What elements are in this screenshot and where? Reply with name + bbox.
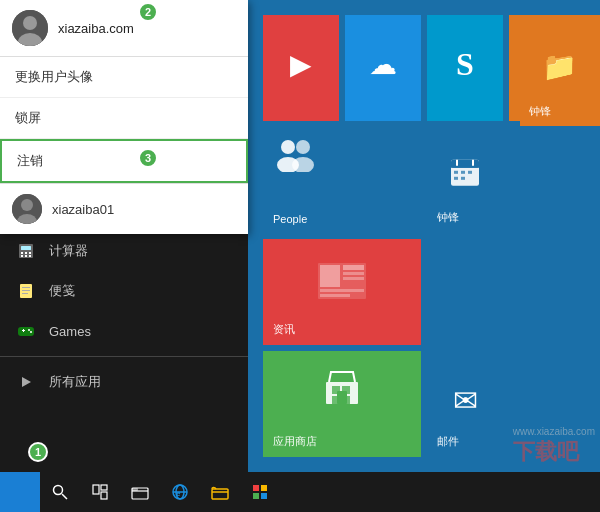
people-label: People	[269, 211, 415, 227]
svg-rect-73	[261, 485, 267, 491]
svg-point-19	[30, 331, 32, 333]
svg-rect-7	[29, 252, 31, 254]
start-button[interactable]	[0, 472, 40, 512]
calendar-icon	[449, 155, 481, 187]
annotation-badge-2: 2	[138, 2, 158, 22]
popup-menu: xiazaiba.com 2 更换用户头像 锁屏 注销 xiazaiba01 3	[0, 0, 248, 234]
watermark-site-text: www.xiazaiba.com	[513, 426, 595, 437]
svg-rect-55	[342, 396, 350, 404]
svg-rect-13	[22, 290, 30, 291]
watermark-logo: 下载吧	[513, 437, 579, 467]
svg-rect-71	[212, 489, 228, 499]
svg-rect-52	[332, 386, 340, 394]
notepad-icon	[15, 280, 37, 302]
store-taskbar-icon	[251, 483, 269, 501]
calculator-label: 计算器	[49, 242, 88, 260]
file-manager-button[interactable]	[200, 472, 240, 512]
store-icon	[321, 367, 363, 409]
filemanager-icon	[211, 484, 229, 500]
svg-rect-63	[101, 485, 107, 490]
folder-label: 钟锋	[525, 102, 555, 121]
ie-icon: e	[171, 483, 189, 501]
taskview-icon	[92, 484, 108, 500]
popup-header: xiazaiba.com 2	[0, 0, 248, 57]
svg-rect-62	[93, 485, 99, 494]
tile-store[interactable]: 应用商店	[263, 351, 421, 457]
svg-rect-6	[25, 252, 27, 254]
svg-text:e: e	[176, 489, 181, 498]
explorer-icon	[131, 484, 149, 500]
svg-rect-53	[342, 386, 350, 394]
tile-video[interactable]: ▶	[263, 15, 339, 121]
svg-point-24	[23, 16, 37, 30]
svg-rect-44	[320, 265, 340, 287]
games-label: Games	[49, 324, 91, 339]
svg-rect-57	[21, 484, 28, 491]
popup-item-change-avatar[interactable]: 更换用户头像	[0, 57, 248, 98]
svg-rect-45	[343, 265, 364, 270]
svg-rect-42	[461, 176, 465, 179]
skype-icon: S	[456, 46, 474, 83]
taskbar: e	[0, 472, 600, 512]
svg-rect-5	[21, 252, 23, 254]
calculator-icon	[15, 240, 37, 262]
popup-item-lock-screen[interactable]: 锁屏	[0, 98, 248, 139]
svg-rect-17	[23, 329, 24, 332]
explorer-button[interactable]	[120, 472, 160, 512]
popup-user-avatar	[12, 10, 48, 46]
start-screen: 画图 计算器	[0, 0, 600, 512]
svg-rect-39	[461, 170, 465, 173]
svg-rect-64	[101, 492, 107, 499]
ie-button[interactable]: e	[160, 472, 200, 512]
task-view-button[interactable]	[80, 472, 120, 512]
svg-rect-58	[12, 493, 19, 500]
news-icon	[317, 262, 367, 300]
svg-rect-10	[29, 255, 31, 257]
search-button[interactable]	[40, 472, 80, 512]
svg-rect-49	[320, 294, 350, 297]
popup-switch-user[interactable]: xiazaiba01 3	[0, 184, 248, 234]
svg-point-60	[54, 486, 63, 495]
svg-point-29	[281, 140, 295, 154]
calendar-label: 钟锋	[433, 208, 497, 227]
mail-icon: ✉	[453, 383, 478, 418]
tile-news[interactable]: 资讯	[263, 239, 421, 345]
svg-rect-46	[343, 272, 364, 275]
cloud-icon: ☁	[369, 48, 397, 81]
annotation-badge-1: 1	[28, 442, 48, 462]
sidebar-item-calculator[interactable]: 计算器	[0, 231, 248, 271]
news-label: 资讯	[269, 320, 415, 339]
tile-calendar[interactable]: 钟锋	[427, 127, 503, 233]
svg-rect-56	[12, 484, 19, 491]
svg-rect-4	[21, 246, 31, 250]
svg-marker-20	[22, 377, 31, 387]
tile-folder-zhongfeng[interactable]: 📁 钟锋	[520, 15, 601, 126]
taskbar-search-icon	[52, 484, 68, 500]
store-label: 应用商店	[269, 432, 415, 451]
sidebar-item-games[interactable]: Games	[0, 311, 248, 351]
svg-rect-9	[25, 255, 27, 257]
games-icon	[15, 320, 37, 342]
store-taskbar-button[interactable]	[240, 472, 280, 512]
folder-icon: 📁	[542, 50, 577, 83]
tile-people[interactable]: People	[263, 127, 421, 233]
tile-skype[interactable]: S	[427, 15, 503, 121]
svg-rect-48	[320, 289, 364, 292]
tile-cloud[interactable]: ☁	[345, 15, 421, 121]
svg-rect-75	[261, 493, 267, 499]
tile-mail[interactable]: ✉ 邮件	[427, 351, 503, 457]
sidebar-item-all-apps[interactable]: 所有应用	[0, 362, 248, 402]
svg-rect-59	[21, 493, 28, 500]
sidebar-item-notepad[interactable]: 便笺	[0, 271, 248, 311]
svg-point-30	[296, 140, 310, 154]
popup-item-sign-out[interactable]: 注销	[0, 139, 248, 183]
svg-rect-74	[253, 493, 259, 499]
svg-rect-47	[343, 277, 364, 280]
people-icon	[273, 137, 318, 174]
svg-rect-54	[332, 396, 340, 404]
svg-rect-35	[451, 164, 479, 167]
popup-username: xiazaiba.com	[58, 21, 134, 36]
svg-point-27	[21, 199, 33, 211]
svg-rect-14	[22, 293, 28, 294]
svg-rect-72	[253, 485, 259, 491]
